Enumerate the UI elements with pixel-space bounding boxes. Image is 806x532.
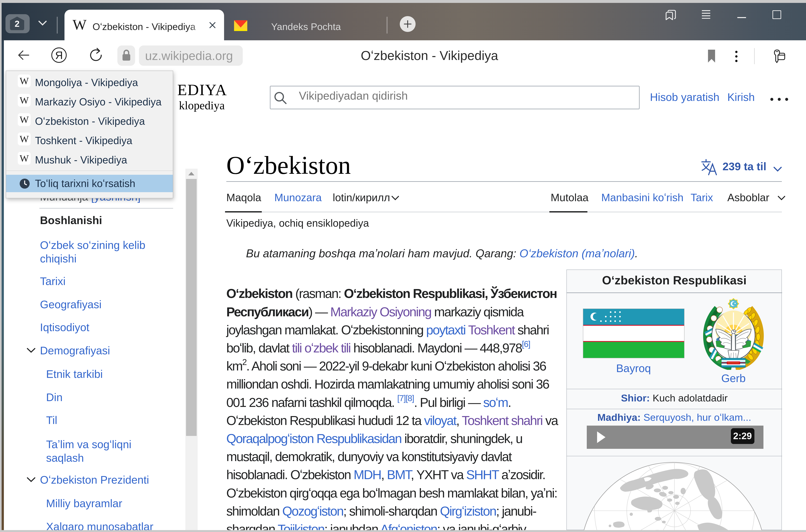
svg-text:Я: Я: [55, 49, 63, 61]
